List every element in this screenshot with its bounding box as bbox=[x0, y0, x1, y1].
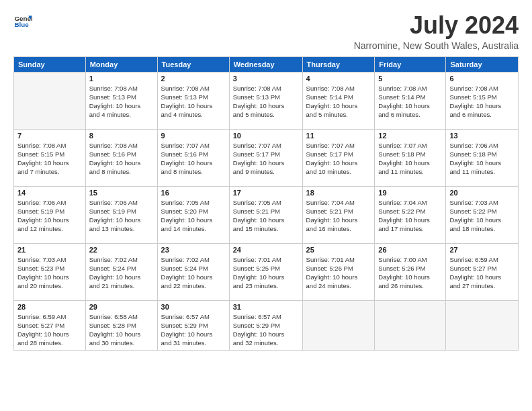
day-info: Sunrise: 6:58 AMSunset: 5:28 PMDaylight:… bbox=[89, 312, 154, 348]
day-number: 20 bbox=[449, 189, 515, 197]
day-info: Sunrise: 6:59 AMSunset: 5:27 PMDaylight:… bbox=[449, 255, 515, 291]
location-subtitle: Narromine, New South Wales, Australia bbox=[354, 40, 519, 51]
day-number: 7 bbox=[17, 132, 82, 140]
day-info: Sunrise: 7:06 AMSunset: 5:19 PMDaylight:… bbox=[89, 198, 154, 234]
day-number: 6 bbox=[449, 75, 515, 83]
col-friday: Friday bbox=[375, 56, 446, 72]
calendar-cell: 26Sunrise: 7:00 AMSunset: 5:26 PMDayligh… bbox=[375, 243, 446, 300]
calendar-cell: 17Sunrise: 7:05 AMSunset: 5:21 PMDayligh… bbox=[229, 186, 302, 243]
day-number: 4 bbox=[306, 75, 371, 83]
calendar-cell: 16Sunrise: 7:05 AMSunset: 5:20 PMDayligh… bbox=[157, 186, 229, 243]
calendar-cell: 20Sunrise: 7:03 AMSunset: 5:22 PMDayligh… bbox=[446, 186, 519, 243]
day-number: 13 bbox=[449, 132, 515, 140]
logo: General Blue bbox=[13, 12, 32, 31]
calendar-cell: 31Sunrise: 6:57 AMSunset: 5:29 PMDayligh… bbox=[229, 300, 302, 350]
day-number: 23 bbox=[161, 246, 226, 254]
calendar-cell: 7Sunrise: 7:08 AMSunset: 5:15 PMDaylight… bbox=[14, 129, 86, 186]
logo-icon: General Blue bbox=[13, 12, 32, 31]
day-number: 24 bbox=[233, 246, 299, 254]
calendar-header-row: Sunday Monday Tuesday Wednesday Thursday… bbox=[14, 56, 519, 72]
day-info: Sunrise: 7:08 AMSunset: 5:16 PMDaylight:… bbox=[89, 141, 154, 177]
month-title: July 2024 bbox=[354, 12, 519, 39]
calendar-cell: 9Sunrise: 7:07 AMSunset: 5:16 PMDaylight… bbox=[157, 129, 229, 186]
calendar-cell: 27Sunrise: 6:59 AMSunset: 5:27 PMDayligh… bbox=[446, 243, 519, 300]
day-info: Sunrise: 7:05 AMSunset: 5:20 PMDaylight:… bbox=[161, 198, 226, 234]
calendar-cell: 12Sunrise: 7:07 AMSunset: 5:18 PMDayligh… bbox=[375, 129, 446, 186]
calendar-week-row-4: 28Sunrise: 6:59 AMSunset: 5:27 PMDayligh… bbox=[14, 300, 519, 350]
calendar-cell bbox=[446, 300, 519, 350]
calendar-cell: 8Sunrise: 7:08 AMSunset: 5:16 PMDaylight… bbox=[85, 129, 157, 186]
day-info: Sunrise: 6:57 AMSunset: 5:29 PMDaylight:… bbox=[161, 312, 226, 348]
day-info: Sunrise: 7:05 AMSunset: 5:21 PMDaylight:… bbox=[233, 198, 299, 234]
day-number: 19 bbox=[378, 189, 442, 197]
day-info: Sunrise: 7:03 AMSunset: 5:22 PMDaylight:… bbox=[449, 198, 515, 234]
calendar-cell: 3Sunrise: 7:08 AMSunset: 5:13 PMDaylight… bbox=[229, 72, 302, 129]
calendar-cell: 10Sunrise: 7:07 AMSunset: 5:17 PMDayligh… bbox=[229, 129, 302, 186]
day-number: 25 bbox=[306, 246, 371, 254]
calendar-cell: 18Sunrise: 7:04 AMSunset: 5:21 PMDayligh… bbox=[302, 186, 375, 243]
day-info: Sunrise: 7:06 AMSunset: 5:19 PMDaylight:… bbox=[17, 198, 82, 234]
day-info: Sunrise: 7:00 AMSunset: 5:26 PMDaylight:… bbox=[378, 255, 442, 291]
calendar-cell: 22Sunrise: 7:02 AMSunset: 5:24 PMDayligh… bbox=[85, 243, 157, 300]
calendar-week-row-1: 7Sunrise: 7:08 AMSunset: 5:15 PMDaylight… bbox=[14, 129, 519, 186]
day-number: 29 bbox=[89, 303, 154, 311]
day-number: 14 bbox=[17, 189, 82, 197]
col-monday: Monday bbox=[85, 56, 157, 72]
calendar-week-row-0: 1Sunrise: 7:08 AMSunset: 5:13 PMDaylight… bbox=[14, 72, 519, 129]
title-block: July 2024 Narromine, New South Wales, Au… bbox=[354, 12, 519, 51]
day-number: 15 bbox=[89, 189, 154, 197]
day-info: Sunrise: 7:07 AMSunset: 5:17 PMDaylight:… bbox=[233, 141, 299, 177]
day-info: Sunrise: 7:08 AMSunset: 5:13 PMDaylight:… bbox=[89, 84, 154, 120]
calendar-cell: 5Sunrise: 7:08 AMSunset: 5:14 PMDaylight… bbox=[375, 72, 446, 129]
day-info: Sunrise: 7:08 AMSunset: 5:13 PMDaylight:… bbox=[233, 84, 299, 120]
day-number: 5 bbox=[378, 75, 442, 83]
calendar-cell bbox=[14, 72, 86, 129]
day-number: 8 bbox=[89, 132, 154, 140]
day-info: Sunrise: 7:01 AMSunset: 5:26 PMDaylight:… bbox=[306, 255, 371, 291]
day-info: Sunrise: 6:57 AMSunset: 5:29 PMDaylight:… bbox=[233, 312, 299, 348]
day-number: 12 bbox=[378, 132, 442, 140]
calendar-cell: 21Sunrise: 7:03 AMSunset: 5:23 PMDayligh… bbox=[14, 243, 86, 300]
day-number: 18 bbox=[306, 189, 371, 197]
day-info: Sunrise: 7:06 AMSunset: 5:18 PMDaylight:… bbox=[449, 141, 515, 177]
calendar-cell: 13Sunrise: 7:06 AMSunset: 5:18 PMDayligh… bbox=[446, 129, 519, 186]
day-info: Sunrise: 7:07 AMSunset: 5:17 PMDaylight:… bbox=[306, 141, 371, 177]
calendar-cell: 30Sunrise: 6:57 AMSunset: 5:29 PMDayligh… bbox=[157, 300, 229, 350]
day-info: Sunrise: 7:02 AMSunset: 5:24 PMDaylight:… bbox=[161, 255, 226, 291]
calendar-cell: 19Sunrise: 7:04 AMSunset: 5:22 PMDayligh… bbox=[375, 186, 446, 243]
page: General Blue July 2024 Narromine, New So… bbox=[0, 0, 532, 357]
calendar-cell: 2Sunrise: 7:08 AMSunset: 5:13 PMDaylight… bbox=[157, 72, 229, 129]
calendar-week-row-2: 14Sunrise: 7:06 AMSunset: 5:19 PMDayligh… bbox=[14, 186, 519, 243]
day-number: 1 bbox=[89, 75, 154, 83]
day-number: 28 bbox=[17, 303, 82, 311]
day-info: Sunrise: 7:08 AMSunset: 5:14 PMDaylight:… bbox=[306, 84, 371, 120]
calendar-cell: 25Sunrise: 7:01 AMSunset: 5:26 PMDayligh… bbox=[302, 243, 375, 300]
day-info: Sunrise: 7:07 AMSunset: 5:18 PMDaylight:… bbox=[378, 141, 442, 177]
day-info: Sunrise: 7:08 AMSunset: 5:13 PMDaylight:… bbox=[161, 84, 226, 120]
calendar-week-row-3: 21Sunrise: 7:03 AMSunset: 5:23 PMDayligh… bbox=[14, 243, 519, 300]
calendar-cell: 6Sunrise: 7:08 AMSunset: 5:15 PMDaylight… bbox=[446, 72, 519, 129]
calendar-table: Sunday Monday Tuesday Wednesday Thursday… bbox=[13, 56, 519, 351]
day-number: 22 bbox=[89, 246, 154, 254]
calendar-cell bbox=[375, 300, 446, 350]
calendar-cell: 4Sunrise: 7:08 AMSunset: 5:14 PMDaylight… bbox=[302, 72, 375, 129]
calendar-cell: 1Sunrise: 7:08 AMSunset: 5:13 PMDaylight… bbox=[85, 72, 157, 129]
day-info: Sunrise: 7:04 AMSunset: 5:22 PMDaylight:… bbox=[378, 198, 442, 234]
day-number: 26 bbox=[378, 246, 442, 254]
col-thursday: Thursday bbox=[302, 56, 375, 72]
day-info: Sunrise: 7:03 AMSunset: 5:23 PMDaylight:… bbox=[17, 255, 82, 291]
calendar-cell: 14Sunrise: 7:06 AMSunset: 5:19 PMDayligh… bbox=[14, 186, 86, 243]
col-tuesday: Tuesday bbox=[157, 56, 229, 72]
calendar-cell: 11Sunrise: 7:07 AMSunset: 5:17 PMDayligh… bbox=[302, 129, 375, 186]
day-info: Sunrise: 7:02 AMSunset: 5:24 PMDaylight:… bbox=[89, 255, 154, 291]
day-number: 2 bbox=[161, 75, 226, 83]
day-info: Sunrise: 6:59 AMSunset: 5:27 PMDaylight:… bbox=[17, 312, 82, 348]
col-saturday: Saturday bbox=[446, 56, 519, 72]
calendar-cell: 24Sunrise: 7:01 AMSunset: 5:25 PMDayligh… bbox=[229, 243, 302, 300]
calendar-cell: 23Sunrise: 7:02 AMSunset: 5:24 PMDayligh… bbox=[157, 243, 229, 300]
col-sunday: Sunday bbox=[14, 56, 86, 72]
day-number: 21 bbox=[17, 246, 82, 254]
calendar-cell: 28Sunrise: 6:59 AMSunset: 5:27 PMDayligh… bbox=[14, 300, 86, 350]
calendar-cell: 15Sunrise: 7:06 AMSunset: 5:19 PMDayligh… bbox=[85, 186, 157, 243]
day-number: 10 bbox=[233, 132, 299, 140]
